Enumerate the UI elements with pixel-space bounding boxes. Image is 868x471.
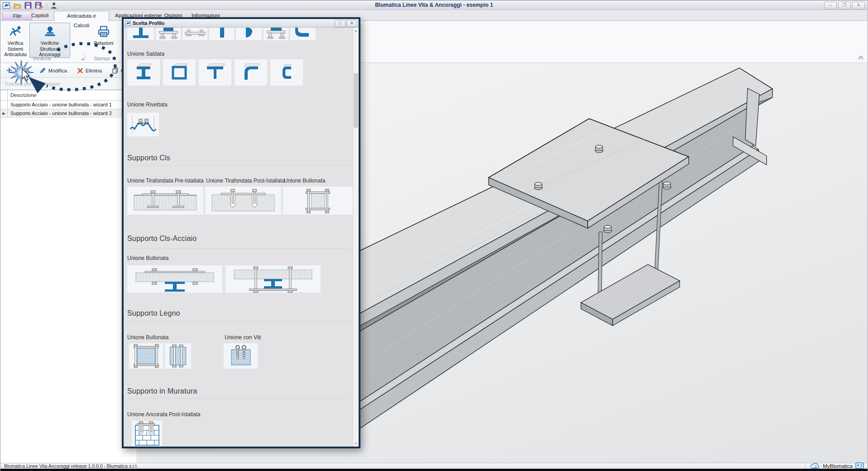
scroll-up-icon[interactable]: ▲ [353, 28, 359, 34]
modifica-button[interactable]: Modifica [39, 67, 67, 74]
legno-bolted-option-1[interactable] [129, 343, 163, 369]
row-marker-icon: ▶ [0, 109, 8, 117]
dialog-title-bar[interactable]: Scelta Profilo □ ✕ [124, 19, 359, 28]
profile-option[interactable] [127, 28, 154, 40]
falling-person-icon [9, 23, 22, 38]
saldata-tiles [127, 59, 353, 86]
chevron-up-icon[interactable] [857, 54, 865, 61]
profile-channel-option[interactable] [270, 59, 303, 86]
profile-option[interactable] [264, 28, 288, 40]
cls-label-pre: Unione Tirafondata Pre-Istallata [127, 178, 206, 184]
rivettata-label: Unione Rivettata [127, 101, 353, 108]
dialog-content: Unione Saldata Unione Rivet [124, 28, 353, 447]
dialog-maximize-button[interactable]: □ [335, 20, 345, 27]
myblumatica-link[interactable]: MyBlumatica [823, 463, 853, 469]
delete-x-icon [77, 67, 83, 74]
muratura-heading: Supporto in Muratura [127, 387, 353, 395]
table-row[interactable]: ▶ Supporto Acciaio - unione bullonata - … [0, 109, 136, 118]
dialog-title: Scelta Profilo [133, 20, 164, 26]
app-window: Blumatica Linee Vita & Ancoraggi - esemp… [0, 0, 868, 471]
muratura-label: Unione Ancorata Post-Istallata [127, 411, 353, 418]
cls-label-bull: Unione Bullonata [284, 178, 325, 184]
profile-t-option[interactable] [199, 59, 231, 86]
profile-angle-option[interactable] [235, 59, 267, 86]
anchor-post-icon [43, 23, 57, 38]
muratura-tiles [127, 421, 353, 446]
relazioni-label: Relazioni [94, 40, 113, 46]
muratura-anchored-option[interactable] [132, 421, 162, 446]
minimize-button[interactable]: – [824, 2, 837, 10]
scroll-down-icon[interactable]: ▼ [353, 441, 359, 447]
table-row[interactable]: Supporto Acciaio - unione bullonata - wi… [0, 101, 136, 109]
row-selector-header [0, 90, 8, 100]
plus-icon [6, 67, 13, 74]
window-bottom-edge [0, 469, 868, 471]
printer-icon [97, 23, 110, 38]
cls-label-post: Unione Tirafondata Post-Istallata [206, 178, 284, 184]
clsacciaio-heading: Supporto Cls-Acciaio [127, 235, 353, 243]
legno-heading: Supporto Legno [127, 309, 353, 317]
scrollbar-thumb[interactable] [354, 73, 358, 128]
left-panel: Nuovo Modifica Elimina Copia Trascina pe… [0, 63, 136, 463]
close-button[interactable]: ✕ [852, 2, 865, 10]
nuovo-label: Nuovo [15, 68, 29, 73]
elimina-label: Elimina [86, 68, 102, 73]
row-selector[interactable] [0, 101, 8, 109]
profile-option[interactable] [156, 28, 181, 40]
list-toolbar: Nuovo Modifica Elimina Copia [0, 63, 136, 78]
group-label-verifiche: Verifiche [0, 56, 83, 61]
window-title: Blumatica Linee Vita & Ancoraggi - esemp… [0, 2, 868, 8]
row-descrizione: Supporto Acciaio - unione bullonata - wi… [8, 111, 112, 116]
legno-tiles [127, 343, 353, 369]
legno-bolted-option-2[interactable] [165, 343, 191, 369]
cls-tiles [127, 187, 353, 215]
tab-anticaduta-e-calcoli[interactable]: Anticaduta e Calcoli [54, 11, 109, 21]
copy-icon [112, 67, 119, 74]
drag-hint-label: Trascina per raggruppare [4, 81, 60, 87]
legno-viti-option[interactable] [224, 343, 258, 369]
clsacciaio-option-1[interactable] [127, 265, 222, 293]
bolt [663, 182, 671, 190]
restore-button[interactable]: ❐ [838, 2, 851, 10]
descrizione-grid: Descrizione Supporto Acciaio - unione bu… [0, 90, 136, 118]
column-header-descrizione[interactable]: Descrizione [8, 92, 36, 98]
grid-header-row: Descrizione [0, 90, 136, 101]
group-dialog-launcher-icon[interactable] [81, 58, 84, 60]
status-release-text: Blumatica Linee Vita Ancoraggi release 1… [4, 463, 138, 469]
pencil-icon [39, 67, 46, 74]
legno-label-bull: Unione Bullonata [127, 334, 225, 341]
profile-option[interactable] [290, 28, 316, 40]
bolt [595, 145, 603, 153]
clsacciaio-label: Unione Bullonata [127, 255, 353, 261]
clipped-profile-row [127, 28, 353, 40]
dialog-scrollbar[interactable]: ▲ ▼ [353, 28, 359, 447]
profile-option[interactable] [209, 28, 234, 40]
cls-heading: Supporto Cls [127, 154, 353, 162]
rivettata-tiles [127, 113, 353, 136]
elimina-button[interactable]: Elimina [77, 67, 102, 74]
tab-capitoli[interactable]: Capitoli [27, 11, 53, 20]
clsacciaio-tiles [127, 265, 353, 293]
relazioni-button[interactable]: Relazioni [89, 23, 118, 47]
group-label-stampe: Stampe [86, 56, 118, 61]
bolt [534, 183, 542, 190]
scelta-profilo-dialog: Scelta Profilo □ ✕ [122, 17, 360, 448]
riveted-sheet-option[interactable] [127, 113, 159, 136]
profile-i-beam-option[interactable] [127, 59, 160, 86]
group-by-bar[interactable]: Trascina per raggruppare [0, 78, 136, 90]
row-descrizione: Supporto Acciaio - unione bullonata - wi… [8, 102, 112, 107]
title-bar[interactable]: Blumatica Linee Vita & Ancoraggi - esemp… [0, 0, 868, 10]
cls-post-option[interactable] [205, 187, 281, 215]
modifica-label: Modifica [48, 68, 67, 73]
bolt [604, 226, 612, 233]
legno-label-viti: Unione con Viti [225, 334, 261, 341]
cls-pre-option[interactable] [127, 187, 203, 215]
status-bar: Blumatica Linee Vita Ancoraggi release 1… [0, 463, 868, 469]
nuovo-button[interactable]: Nuovo [6, 67, 29, 74]
clsacciaio-option-2[interactable] [225, 265, 321, 293]
cls-bolted-option[interactable] [283, 187, 353, 215]
dialog-close-button[interactable]: ✕ [346, 20, 357, 27]
profile-option[interactable] [182, 28, 207, 40]
profile-option[interactable] [236, 28, 262, 40]
profile-box-option[interactable] [163, 59, 196, 86]
